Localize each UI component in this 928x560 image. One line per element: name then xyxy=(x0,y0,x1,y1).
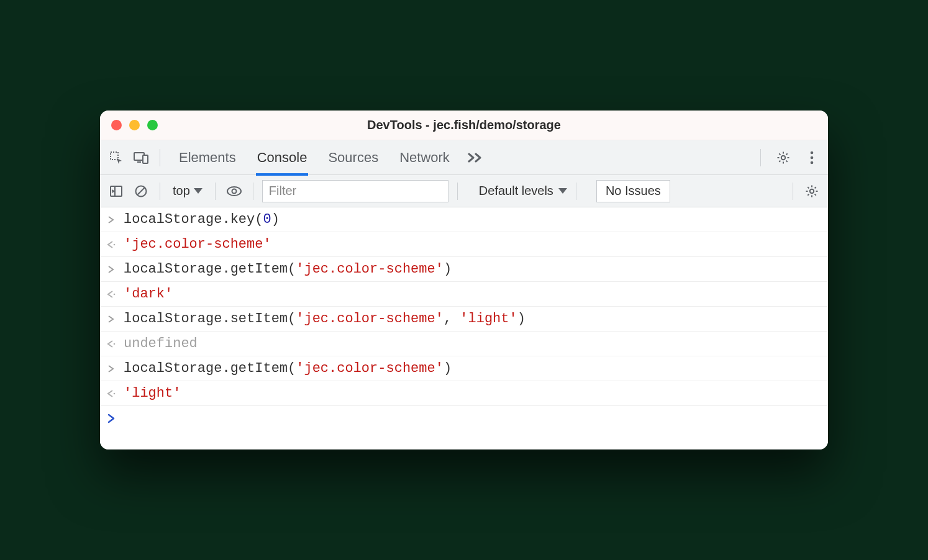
panel-tabs: Elements Console Sources Network xyxy=(179,140,450,175)
more-tabs-icon[interactable] xyxy=(467,151,483,164)
console-input-row: localStorage.getItem('jec.color-scheme') xyxy=(100,356,828,381)
svg-point-4 xyxy=(811,151,814,154)
console-output-row: undefined xyxy=(100,332,828,356)
svg-point-12 xyxy=(114,293,116,295)
output-chevron-icon xyxy=(105,240,117,249)
output-chevron-icon xyxy=(105,389,117,398)
output-chevron-icon xyxy=(105,290,117,299)
tab-sources[interactable]: Sources xyxy=(328,140,378,175)
traffic-lights xyxy=(111,120,158,130)
window-title: DevTools - jec.fish/demo/storage xyxy=(100,118,828,132)
svg-point-6 xyxy=(811,161,814,164)
divider xyxy=(160,149,160,166)
console-output-row: 'jec.color-scheme' xyxy=(100,232,828,257)
code-text: localStorage.setItem('jec.color-scheme',… xyxy=(124,311,525,327)
sidebar-toggle-icon[interactable] xyxy=(106,181,126,201)
maximize-window-button[interactable] xyxy=(147,120,158,130)
minimize-window-button[interactable] xyxy=(129,120,140,130)
svg-point-10 xyxy=(810,189,814,192)
console-output-row: 'dark' xyxy=(100,282,828,307)
chevron-down-icon xyxy=(194,188,202,194)
more-vertical-icon[interactable] xyxy=(802,148,822,168)
divider xyxy=(576,183,576,200)
code-text: localStorage.getItem('jec.color-scheme') xyxy=(124,261,452,277)
console-settings-icon[interactable] xyxy=(802,181,822,201)
divider xyxy=(760,149,761,166)
console-output[interactable]: localStorage.key(0)'jec.color-scheme'loc… xyxy=(100,207,828,449)
device-toggle-icon[interactable] xyxy=(131,148,151,168)
filter-input[interactable] xyxy=(262,180,448,202)
chevron-down-icon xyxy=(558,188,567,194)
svg-point-9 xyxy=(232,189,236,193)
input-chevron-icon xyxy=(105,215,117,224)
log-levels-selector[interactable]: Default levels xyxy=(479,184,567,198)
tab-console[interactable]: Console xyxy=(257,140,307,175)
code-text: localStorage.key(0) xyxy=(124,212,280,227)
svg-point-11 xyxy=(114,243,116,245)
tab-network[interactable]: Network xyxy=(399,140,450,175)
svg-point-5 xyxy=(811,156,814,159)
svg-point-3 xyxy=(781,155,785,159)
live-expression-icon[interactable] xyxy=(224,181,244,201)
input-chevron-icon xyxy=(105,315,117,323)
issues-label: No Issues xyxy=(606,184,661,198)
input-chevron-icon xyxy=(105,265,117,274)
console-input-row: localStorage.key(0) xyxy=(100,207,828,232)
devtools-tabstrip: Elements Console Sources Network xyxy=(100,140,828,175)
svg-rect-2 xyxy=(143,155,148,163)
settings-icon[interactable] xyxy=(773,148,793,168)
inspect-icon[interactable] xyxy=(106,148,126,168)
log-levels-label: Default levels xyxy=(479,184,553,198)
window-titlebar: DevTools - jec.fish/demo/storage xyxy=(100,111,828,140)
console-prompt-row[interactable] xyxy=(100,406,828,431)
tab-elements[interactable]: Elements xyxy=(179,140,236,175)
divider xyxy=(457,183,458,200)
console-input-row: localStorage.setItem('jec.color-scheme',… xyxy=(100,307,828,332)
clear-console-icon[interactable] xyxy=(131,181,151,201)
svg-point-14 xyxy=(114,392,116,394)
divider xyxy=(215,183,216,200)
console-toolbar: top Default levels No Issues xyxy=(100,175,828,207)
divider xyxy=(160,183,160,200)
code-text: localStorage.getItem('jec.color-scheme') xyxy=(124,361,452,376)
issues-button[interactable]: No Issues xyxy=(596,180,670,202)
output-chevron-icon xyxy=(105,340,117,348)
console-output-row: 'light' xyxy=(100,381,828,406)
prompt-chevron-icon xyxy=(105,413,117,423)
divider xyxy=(253,183,253,200)
input-chevron-icon xyxy=(105,364,117,373)
context-selector[interactable]: top xyxy=(173,184,202,198)
console-input-row: localStorage.getItem('jec.color-scheme') xyxy=(100,257,828,282)
svg-point-13 xyxy=(114,343,116,345)
code-text: 'jec.color-scheme' xyxy=(124,237,271,252)
code-text: 'dark' xyxy=(124,286,173,302)
divider xyxy=(793,183,793,200)
devtools-window: DevTools - jec.fish/demo/storage Element… xyxy=(100,111,828,449)
code-text: undefined xyxy=(124,336,198,351)
tabstrip-right xyxy=(757,148,822,168)
context-label: top xyxy=(173,184,190,198)
close-window-button[interactable] xyxy=(111,120,122,130)
code-text: 'light' xyxy=(124,386,181,401)
